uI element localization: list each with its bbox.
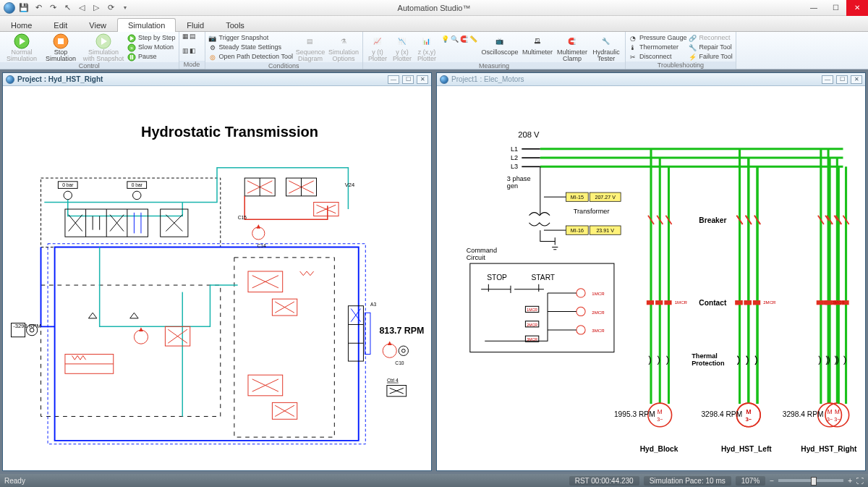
wrench-icon: 🔧 — [689, 43, 697, 52]
svg-text:STOP: STOP — [487, 274, 507, 281]
zoom-in-button[interactable]: + — [848, 477, 852, 485]
close-button[interactable]: ✕ — [846, 0, 868, 16]
mode-icon[interactable]: ▦ — [182, 33, 189, 40]
tab-edit[interactable]: Edit — [43, 18, 78, 32]
mode-icon[interactable]: ▥ — [182, 47, 189, 54]
trigger-snapshot-button[interactable]: 📷Trigger Snapshot — [208, 33, 293, 43]
doc-max-button[interactable]: ☐ — [836, 75, 848, 84]
svg-text:1MCR: 1MCR — [592, 291, 605, 296]
tab-fluid[interactable]: Fluid — [176, 18, 215, 32]
tool-icon[interactable]: 📏 — [469, 35, 477, 43]
tab-home[interactable]: Home — [0, 18, 43, 32]
redo-icon[interactable]: ↷ — [46, 2, 59, 14]
reconnect-button[interactable]: 🔗Reconnect — [689, 33, 733, 43]
ribbon-group-troubleshooting: ◔Pressure Gauge 🌡Thermometer ✂Disconnect… — [626, 32, 736, 69]
svg-text:1MCR: 1MCR — [675, 300, 688, 305]
gear-icon: ⚙ — [208, 43, 217, 52]
svg-text:3298.4 RPM: 3298.4 RPM — [783, 410, 824, 418]
hydraulic-tester-button[interactable]: 🔧HydraulicTester — [590, 33, 622, 62]
minimize-button[interactable]: — — [803, 0, 825, 16]
repair-tool-button[interactable]: 🔧Repair Tool — [689, 43, 733, 52]
tab-simulation[interactable]: Simulation — [117, 18, 176, 32]
multimeter-clamp-button[interactable]: 🧲MultimeterClamp — [556, 33, 589, 62]
multimeter-icon: 🗳 — [529, 34, 546, 48]
step-icon — [127, 34, 136, 43]
steady-state-button[interactable]: ⚙Steady State Settings — [208, 43, 293, 52]
document-pane-left: Project : Hyd_HST_Right — ☐ ✕ Hydrostati… — [2, 72, 432, 471]
undo-icon[interactable]: ↶ — [32, 2, 45, 14]
svg-text:813.7 RPM: 813.7 RPM — [379, 326, 424, 336]
svg-text:C15: C15 — [238, 215, 247, 220]
pointer-icon[interactable]: ↖ — [61, 2, 74, 14]
svg-text:Ctrl 4: Ctrl 4 — [387, 378, 399, 383]
zoom-out-button[interactable]: − — [770, 477, 774, 485]
qat-dropdown-icon[interactable]: ▼ — [119, 2, 132, 14]
nav-left-icon[interactable]: ◁ — [75, 2, 88, 14]
doc-close-button[interactable]: ✕ — [851, 75, 862, 84]
svg-text:1MCR: 1MCR — [527, 308, 537, 312]
svg-rect-12 — [234, 258, 334, 437]
zoom-slider[interactable] — [778, 479, 843, 482]
normal-simulation-button[interactable]: NormalSimulation — [3, 33, 41, 62]
svg-point-49 — [399, 346, 408, 355]
pause-icon — [127, 53, 136, 62]
svg-text:3MCR: 3MCR — [527, 337, 537, 342]
chart-icon: 📉 — [393, 34, 411, 48]
svg-rect-2 — [58, 38, 64, 44]
svg-rect-86 — [655, 300, 663, 305]
simulation-snapshot-button[interactable]: Simulationwith Snapshot — [81, 33, 126, 62]
plotter-yt-button[interactable]: 📈y (t)Plotter — [366, 33, 389, 62]
svg-text:Hyd_HST_Left: Hyd_HST_Left — [721, 445, 772, 453]
svg-rect-93 — [753, 300, 760, 305]
tab-view[interactable]: View — [78, 18, 117, 32]
nav-right-icon[interactable]: ▷ — [90, 2, 103, 14]
hydraulic-canvas[interactable]: Hydrostatic Transmission 0 bar 0 bar — [3, 86, 431, 470]
doc-close-button[interactable]: ✕ — [417, 75, 428, 84]
doc-min-button[interactable]: — — [388, 75, 399, 84]
tool-icon[interactable]: 🧲 — [460, 35, 468, 43]
tab-tools[interactable]: Tools — [215, 18, 255, 32]
doc-min-button[interactable]: — — [822, 75, 833, 84]
svg-text:Breaker: Breaker — [699, 216, 726, 224]
mode-icon[interactable]: ◧ — [190, 47, 196, 54]
plotter-z-button[interactable]: 📊z (x,y)Plotter — [415, 33, 438, 62]
svg-rect-54 — [48, 244, 365, 444]
quick-access-toolbar: 💾 ↶ ↷ ↖ ◁ ▷ ⟳ ▼ — [0, 2, 132, 14]
doc-icon — [440, 75, 448, 84]
chart-icon: 📊 — [418, 34, 435, 48]
simulation-options-button[interactable]: ⚗SimulationOptions — [328, 33, 359, 62]
app-logo-icon[interactable] — [3, 2, 16, 14]
electrical-canvas[interactable]: 208 V L1 L2 L3 3 phasegen MI-15207.27 V … — [437, 86, 865, 470]
mode-icon[interactable]: ▤ — [190, 33, 196, 40]
slow-button[interactable]: »Slow Motion — [127, 43, 176, 52]
thermometer-icon: 🌡 — [629, 43, 637, 52]
svg-text:3~: 3~ — [657, 417, 663, 423]
thermometer-button[interactable]: 🌡Thermometer — [629, 43, 687, 52]
stop-simulation-button[interactable]: StopSimulation — [42, 33, 80, 62]
pressure-gauge-button[interactable]: ◔Pressure Gauge — [629, 33, 687, 43]
maximize-button[interactable]: ☐ — [825, 0, 846, 16]
svg-point-50 — [401, 349, 405, 352]
sequence-diagram-button[interactable]: ▤SequenceDiagram — [294, 33, 326, 62]
svg-rect-92 — [744, 300, 752, 305]
step-button[interactable]: Step by Step — [127, 33, 176, 43]
svg-text:»: » — [130, 46, 133, 51]
oscilloscope-button[interactable]: 📺Oscilloscope — [480, 33, 519, 56]
svg-text:Hyd_HST_Right: Hyd_HST_Right — [801, 445, 857, 453]
status-zoom[interactable]: 107% — [736, 476, 766, 486]
svg-text:Transformer: Transformer — [574, 208, 610, 215]
fit-button[interactable]: ⛶ — [856, 477, 864, 485]
open-path-button[interactable]: ◎Open Path Detection Tool — [208, 52, 293, 62]
doc-title-left: Project : Hyd_HST_Right — [17, 75, 103, 83]
tool-icon[interactable]: 🔍 — [451, 35, 459, 43]
svg-point-18 — [133, 191, 141, 199]
plotter-yx-button[interactable]: 📉y (x)Plotter — [391, 33, 414, 62]
doc-max-button[interactable]: ☐ — [402, 75, 414, 84]
save-icon[interactable]: 💾 — [17, 2, 30, 14]
pause-button[interactable]: Pause — [127, 52, 176, 62]
failure-tool-button[interactable]: ⚡Failure Tool — [689, 52, 733, 62]
refresh-icon[interactable]: ⟳ — [104, 2, 117, 14]
disconnect-button[interactable]: ✂Disconnect — [629, 52, 687, 62]
multimeter-button[interactable]: 🗳Multimeter — [521, 33, 554, 56]
tool-icon[interactable]: 💡 — [441, 35, 449, 43]
